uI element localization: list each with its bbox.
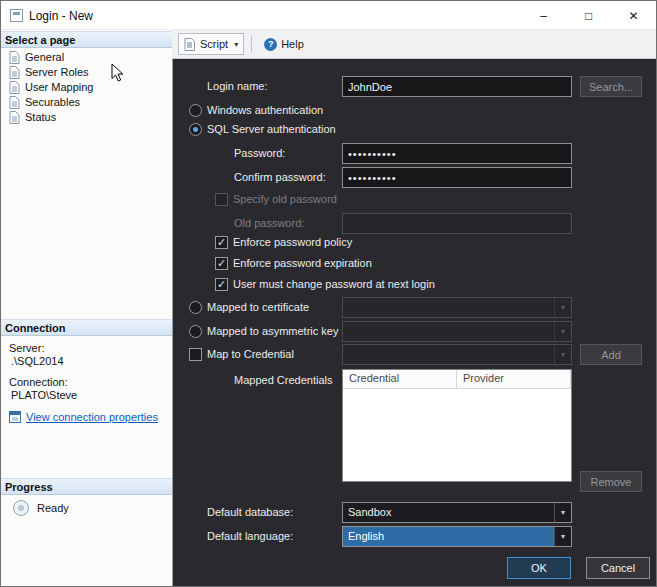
page-icon [9, 96, 20, 109]
script-icon [184, 38, 196, 51]
page-icon [9, 66, 20, 79]
progress-status-row: Ready [13, 500, 69, 516]
sql-server-authentication-label: SQL Server authentication [207, 123, 336, 135]
specify-old-password-label: Specify old password [233, 193, 337, 205]
sidebar-item-general[interactable]: General [9, 50, 64, 64]
connection-header: Connection [1, 319, 172, 336]
old-password-label: Old password: [234, 217, 304, 229]
mouse-cursor [111, 63, 125, 83]
window-controls: – □ ✕ [521, 1, 656, 30]
enforce-password-policy-checkbox[interactable]: ✓ [215, 236, 228, 249]
chevron-down-icon[interactable]: ▾ [554, 322, 571, 341]
asymmetric-key-combo-value [343, 322, 554, 341]
login-new-dialog: Login - New – □ ✕ Select a page General … [0, 0, 657, 587]
asymmetric-key-combo[interactable]: ▾ [342, 321, 572, 342]
mapped-to-certificate-radio[interactable] [189, 301, 202, 314]
ok-button[interactable]: OK [507, 557, 571, 579]
credential-column-header: Credential [343, 370, 457, 388]
mapped-credentials-label: Mapped Credentials [234, 374, 332, 386]
credential-combo-value [343, 345, 554, 364]
maximize-button[interactable]: □ [566, 1, 611, 30]
help-button-label: Help [281, 38, 304, 50]
connection-value: PLATO\Steve [11, 389, 77, 401]
cancel-button[interactable]: Cancel [586, 557, 650, 579]
help-button[interactable]: ? Help [259, 33, 309, 55]
default-language-value: English [343, 527, 554, 546]
add-button[interactable]: Add [580, 344, 642, 365]
old-password-input[interactable] [342, 213, 572, 234]
chevron-down-icon[interactable]: ▾ [554, 503, 571, 522]
sidebar-item-server-roles[interactable]: Server Roles [9, 65, 89, 79]
map-to-credential-label: Map to Credential [207, 348, 294, 360]
login-name-input[interactable] [342, 76, 572, 97]
sidebar-item-securables[interactable]: Securables [9, 95, 80, 109]
sidebar-item-user-mapping[interactable]: User Mapping [9, 80, 93, 94]
connection-label: Connection: [9, 376, 68, 388]
confirm-password-label: Confirm password: [234, 171, 326, 183]
mapped-credentials-table-body[interactable] [343, 389, 571, 481]
page-icon [9, 81, 20, 94]
mapped-to-asymmetric-key-label: Mapped to asymmetric key [207, 325, 338, 337]
must-change-password-label: User must change password at next login [233, 278, 435, 290]
progress-status: Ready [37, 502, 69, 514]
help-icon: ? [264, 38, 277, 51]
titlebar: Login - New – □ ✕ [1, 1, 656, 30]
chevron-down-icon[interactable]: ▾ [554, 527, 571, 546]
specify-old-password-checkbox[interactable] [215, 193, 228, 206]
password-input[interactable] [342, 143, 572, 164]
view-connection-properties[interactable]: View connection properties [9, 411, 158, 423]
windows-authentication-radio[interactable] [189, 104, 202, 117]
minimize-button[interactable]: – [521, 1, 566, 30]
page-icon [9, 111, 20, 124]
windows-authentication-label: Windows authentication [207, 104, 323, 116]
credential-combo[interactable]: ▾ [342, 344, 572, 365]
default-database-combo[interactable]: Sandbox ▾ [342, 502, 572, 523]
properties-icon [9, 411, 21, 423]
mapped-credentials-table[interactable]: Credential Provider [342, 369, 572, 482]
script-button[interactable]: Script ▾ [178, 33, 244, 55]
login-form: Login name: Search... Windows authentica… [172, 59, 657, 587]
mapped-credentials-table-header: Credential Provider [343, 370, 571, 389]
select-a-page-header: Select a page [1, 31, 172, 48]
certificate-combo[interactable]: ▾ [342, 297, 572, 318]
default-language-label: Default language: [207, 530, 293, 542]
map-to-credential-checkbox[interactable] [189, 348, 202, 361]
certificate-combo-value [343, 298, 554, 317]
enforce-password-expiration-checkbox[interactable]: ✓ [215, 257, 228, 270]
script-dropdown-caret-icon[interactable]: ▾ [232, 40, 238, 49]
sidebar: Select a page General Server Roles User … [1, 30, 172, 586]
chevron-down-icon[interactable]: ▾ [554, 298, 571, 317]
close-button[interactable]: ✕ [611, 1, 656, 30]
progress-spinner-icon [13, 500, 29, 516]
sidebar-item-label: Status [25, 111, 56, 123]
provider-column-header: Provider [457, 370, 571, 388]
search-button[interactable]: Search... [580, 76, 642, 97]
default-language-combo[interactable]: English ▾ [342, 526, 572, 547]
toolbar-separator [251, 35, 252, 53]
remove-button[interactable]: Remove [580, 471, 642, 492]
chevron-down-icon[interactable]: ▾ [554, 345, 571, 364]
default-database-label: Default database: [207, 506, 293, 518]
sidebar-item-label: General [25, 51, 64, 63]
script-button-label: Script [200, 38, 228, 50]
confirm-password-input[interactable] [342, 167, 572, 188]
progress-header: Progress [1, 478, 172, 495]
sidebar-item-label: User Mapping [25, 81, 93, 93]
dialog-icon [10, 9, 23, 22]
server-label: Server: [9, 342, 44, 354]
view-connection-properties-link[interactable]: View connection properties [26, 411, 158, 423]
enforce-password-expiration-label: Enforce password expiration [233, 257, 372, 269]
password-label: Password: [234, 147, 285, 159]
mapped-to-certificate-label: Mapped to certificate [207, 301, 309, 313]
must-change-password-checkbox[interactable]: ✓ [215, 278, 228, 291]
server-value: .\SQL2014 [11, 355, 64, 367]
enforce-password-policy-label: Enforce password policy [233, 236, 352, 248]
sidebar-item-status[interactable]: Status [9, 110, 56, 124]
mapped-to-asymmetric-key-radio[interactable] [189, 325, 202, 338]
sql-server-authentication-radio[interactable] [189, 123, 202, 136]
window-title: Login - New [29, 9, 93, 23]
page-icon [9, 51, 20, 64]
sidebar-item-label: Securables [25, 96, 80, 108]
login-name-label: Login name: [207, 80, 268, 92]
default-database-value: Sandbox [343, 503, 554, 522]
